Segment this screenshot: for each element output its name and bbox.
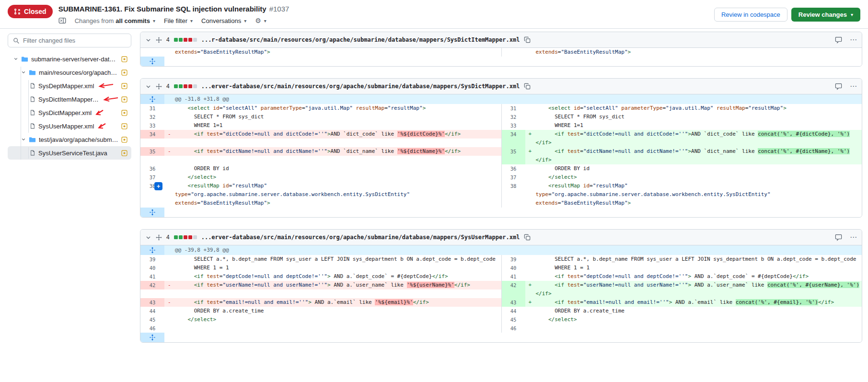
line-number[interactable]: 45 <box>501 315 525 324</box>
copy-path-button[interactable] <box>524 234 531 241</box>
line-number[interactable]: 31 <box>501 104 525 113</box>
code-cell: ORDER BY a.create_time <box>525 307 862 315</box>
line-number[interactable]: 41 <box>501 272 525 281</box>
code-cell: </if> <box>525 156 862 164</box>
line-number[interactable]: 36 <box>140 164 164 173</box>
copy-path-button[interactable] <box>524 36 531 43</box>
code-cell: extends="BaseEntityResultMap"> <box>164 48 501 57</box>
line-number-blank <box>501 190 525 199</box>
diff-row: extends="BaseEntityResultMap">extends="B… <box>140 199 862 208</box>
line-number[interactable]: 37 <box>140 173 164 182</box>
line-number[interactable]: 46 <box>501 324 525 333</box>
code-cell: extends="BaseEntityResultMap"> <box>164 199 501 208</box>
expand-row-filler <box>164 333 862 342</box>
code-cell: - <if test="dictCode!=null and dictCode!… <box>164 130 501 139</box>
file-diff-section: 4...r-database/src/main/resources/org/ap… <box>140 32 862 67</box>
chevron-down-icon <box>20 137 27 142</box>
pr-status-badge: Closed <box>8 5 53 18</box>
line-number[interactable]: 43 <box>501 298 525 307</box>
review-in-codespace-button[interactable]: Review in codespace <box>714 8 787 22</box>
file-diff-section: 4...erver-database/src/main/resources/or… <box>140 78 862 218</box>
comment-icon[interactable] <box>835 36 842 44</box>
file-path[interactable]: ...erver-database/src/main/resources/org… <box>201 234 520 241</box>
diffstat-square <box>174 38 178 42</box>
file-filter-input[interactable] <box>23 37 126 44</box>
caret-down-icon: ▾ <box>264 18 266 23</box>
line-number[interactable]: 41 <box>140 272 164 281</box>
line-number[interactable]: 33 <box>501 121 525 130</box>
line-number[interactable]: 46 <box>140 324 164 333</box>
review-changes-button[interactable]: Review changes ▾ <box>791 8 860 22</box>
diff-row: 44 ORDER BY a.create_time44 ORDER BY a.c… <box>140 307 862 315</box>
code-cell: <if test="deptCode!=null and deptCode!='… <box>164 272 501 281</box>
diffstat <box>174 38 197 42</box>
copy-path-button[interactable] <box>524 83 531 90</box>
drag-file-handle[interactable] <box>156 83 162 90</box>
tree-folder-row[interactable]: main/resources/org/apache/subm... <box>8 66 131 79</box>
drag-file-handle[interactable] <box>156 37 162 43</box>
line-number[interactable]: 37 <box>501 173 525 182</box>
line-number[interactable]: 39 <box>140 255 164 264</box>
line-number[interactable]: 32 <box>140 113 164 121</box>
file-path[interactable]: ...erver-database/src/main/resources/org… <box>201 83 520 90</box>
expand-diff-button[interactable] <box>140 208 164 217</box>
code-cell: + <if test="userName!=null and userName!… <box>525 281 862 289</box>
comment-icon[interactable] <box>835 234 842 241</box>
tree-folder-row[interactable]: submarine-server/server-database/... <box>8 52 131 66</box>
line-number[interactable]: 40 <box>140 264 164 272</box>
line-number[interactable]: 38 <box>501 182 525 190</box>
expand-hunk-button[interactable] <box>140 245 164 255</box>
expand-hunk-button[interactable] <box>140 94 164 104</box>
collapse-file-button[interactable] <box>145 37 151 43</box>
line-number[interactable]: 33 <box>140 121 164 130</box>
tree-folder-row[interactable]: test/java/org/apache/submarine/s... <box>8 133 131 146</box>
code-cell: extends="BaseEntityResultMap"> <box>525 48 862 57</box>
diff-settings-gear[interactable]: ⚙ ▾ <box>255 17 266 24</box>
line-number[interactable]: 44 <box>501 307 525 315</box>
collapse-file-button[interactable] <box>145 234 151 241</box>
line-number[interactable]: 31 <box>140 104 164 113</box>
line-number[interactable]: 42 <box>140 281 164 289</box>
code-cell: - <if test="dictName!=null and dictName!… <box>164 147 501 156</box>
tree-file-row[interactable]: SysDictMapper.xml <box>8 106 131 119</box>
tree-file-row[interactable]: SysDictItemMapper.xml <box>8 93 131 106</box>
expand-diff-button[interactable] <box>140 333 164 342</box>
line-number[interactable]: 45 <box>140 315 164 324</box>
diff-row: 41 <if test="deptCode!=null and deptCode… <box>140 272 862 281</box>
drag-file-handle[interactable] <box>156 234 162 241</box>
code-cell: <select id="selectAll" parameterType="ja… <box>525 104 862 113</box>
collapse-file-button[interactable] <box>145 83 151 90</box>
tree-file-row[interactable]: SysUserServiceTest.java <box>8 146 131 160</box>
expand-row-filler <box>164 57 862 66</box>
comment-icon[interactable] <box>835 83 842 90</box>
diff-row: 4646 <box>140 324 862 333</box>
line-number[interactable]: 39 <box>501 255 525 264</box>
addition-sign: + <box>529 281 532 289</box>
expand-row-filler <box>164 208 862 217</box>
line-number[interactable]: 35 <box>140 147 164 156</box>
tree-file-row[interactable]: SysDeptMapper.xml <box>8 79 131 93</box>
line-number[interactable]: 42 <box>501 281 525 289</box>
expand-diff-button[interactable] <box>140 57 164 66</box>
line-number[interactable]: 34 <box>140 130 164 139</box>
line-number[interactable]: 44 <box>140 307 164 315</box>
code-cell: </if> <box>525 139 862 147</box>
conversations-dropdown[interactable]: Conversations ▾ <box>201 17 246 24</box>
annotation-arrow-icon <box>94 109 104 116</box>
line-number[interactable]: 35 <box>501 147 525 156</box>
changes-from-label: Changes from <box>75 17 114 24</box>
file-filter-dropdown[interactable]: File filter ▾ <box>164 17 193 24</box>
diffstat-square <box>179 235 183 239</box>
code-cell: WHERE 1=1 <box>525 121 862 130</box>
line-number[interactable]: 43 <box>140 298 164 307</box>
line-number[interactable]: 32 <box>501 113 525 121</box>
file-tree-toggle-button[interactable] <box>58 17 66 24</box>
file-path[interactable]: ...r-database/src/main/resources/org/apa… <box>201 36 520 43</box>
line-number[interactable]: 36 <box>501 164 525 173</box>
line-number[interactable]: 34 <box>501 130 525 139</box>
line-number[interactable]: 38+ <box>140 182 164 190</box>
line-number[interactable]: 40 <box>501 264 525 272</box>
changes-from-dropdown[interactable]: Changes from all commits ▾ <box>75 17 155 24</box>
add-line-comment-button[interactable]: + <box>154 182 162 190</box>
tree-file-row[interactable]: SysUserMapper.xml <box>8 119 131 133</box>
